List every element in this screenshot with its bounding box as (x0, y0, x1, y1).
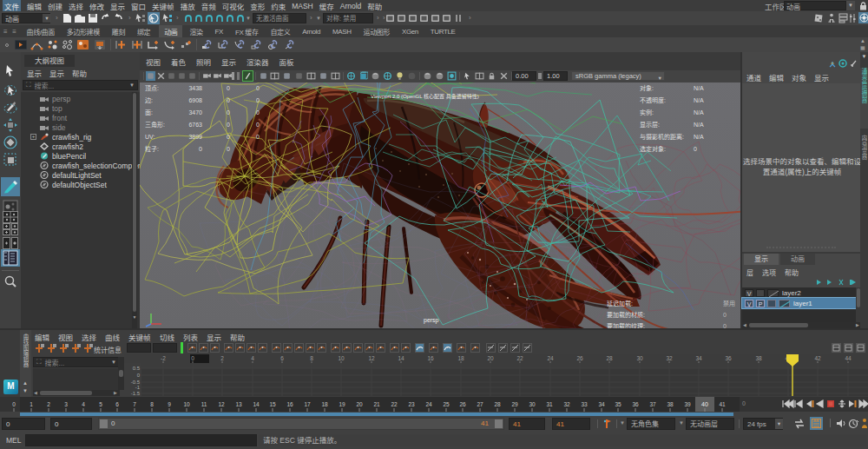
svg-text:3: 3 (64, 401, 68, 407)
svg-text:10: 10 (338, 355, 345, 361)
svg-text:37: 37 (649, 401, 656, 407)
svg-text:34: 34 (598, 401, 605, 407)
svg-text:0: 0 (191, 355, 194, 361)
svg-text:31: 31 (546, 401, 553, 407)
svg-text:14: 14 (253, 401, 260, 407)
svg-text:44: 44 (845, 355, 852, 361)
svg-text:14: 14 (398, 355, 404, 361)
svg-text:20: 20 (487, 355, 494, 361)
svg-text:22: 22 (516, 355, 523, 361)
svg-text:-1.5: -1.5 (131, 391, 141, 396)
svg-text:13: 13 (235, 401, 242, 407)
svg-text:38: 38 (667, 401, 674, 407)
svg-text:8: 8 (150, 401, 154, 407)
svg-text:4: 4 (82, 401, 85, 407)
svg-text:34: 34 (695, 355, 702, 361)
svg-text:32: 32 (666, 355, 673, 361)
svg-text:20: 20 (356, 401, 363, 407)
svg-text:16: 16 (427, 355, 434, 361)
svg-text:1: 1 (30, 401, 33, 407)
svg-text:18: 18 (321, 401, 328, 407)
svg-text:41: 41 (719, 401, 726, 407)
svg-text:12: 12 (218, 401, 225, 407)
svg-text:40: 40 (701, 401, 708, 407)
svg-text:28: 28 (606, 355, 613, 361)
svg-text:28: 28 (494, 401, 501, 407)
svg-text:42: 42 (814, 355, 821, 361)
svg-text:19: 19 (339, 401, 345, 407)
svg-text:9: 9 (168, 401, 171, 407)
svg-text:32: 32 (563, 401, 570, 407)
svg-text:27: 27 (477, 401, 483, 407)
svg-text:33: 33 (581, 401, 588, 407)
svg-text:29: 29 (511, 401, 518, 407)
svg-text:24: 24 (547, 355, 554, 361)
svg-text:6: 6 (280, 355, 284, 361)
svg-text:5: 5 (99, 401, 102, 407)
svg-text:25: 25 (443, 401, 450, 407)
svg-text:23: 23 (408, 401, 415, 407)
svg-text:39: 39 (684, 401, 691, 407)
svg-text:38: 38 (755, 355, 762, 361)
svg-text:0: 0 (12, 401, 16, 407)
svg-text:22: 22 (391, 401, 398, 407)
svg-text:15: 15 (269, 401, 276, 407)
svg-text:26: 26 (576, 355, 583, 361)
svg-text:2: 2 (47, 401, 50, 407)
svg-text:24: 24 (425, 401, 432, 407)
svg-text:4: 4 (251, 355, 254, 361)
svg-text:2: 2 (220, 355, 224, 361)
svg-text:16: 16 (286, 401, 293, 407)
svg-text:36: 36 (632, 401, 639, 407)
svg-text:11: 11 (201, 401, 207, 407)
svg-text:30: 30 (636, 355, 643, 361)
svg-text:36: 36 (725, 355, 732, 361)
svg-text:35: 35 (615, 401, 621, 407)
svg-text:7: 7 (133, 401, 136, 407)
svg-text:-1: -1 (135, 385, 141, 390)
svg-text:0.5: 0.5 (133, 366, 141, 371)
svg-text:6: 6 (115, 401, 119, 407)
svg-text:-2: -2 (161, 355, 166, 361)
svg-text:10: 10 (183, 401, 190, 407)
svg-text:12: 12 (368, 355, 375, 361)
svg-text:21: 21 (373, 401, 380, 407)
svg-text:18: 18 (457, 355, 464, 361)
svg-text:8: 8 (310, 355, 313, 361)
svg-text:17: 17 (304, 401, 311, 407)
svg-text:26: 26 (459, 401, 466, 407)
svg-text:30: 30 (529, 401, 536, 407)
